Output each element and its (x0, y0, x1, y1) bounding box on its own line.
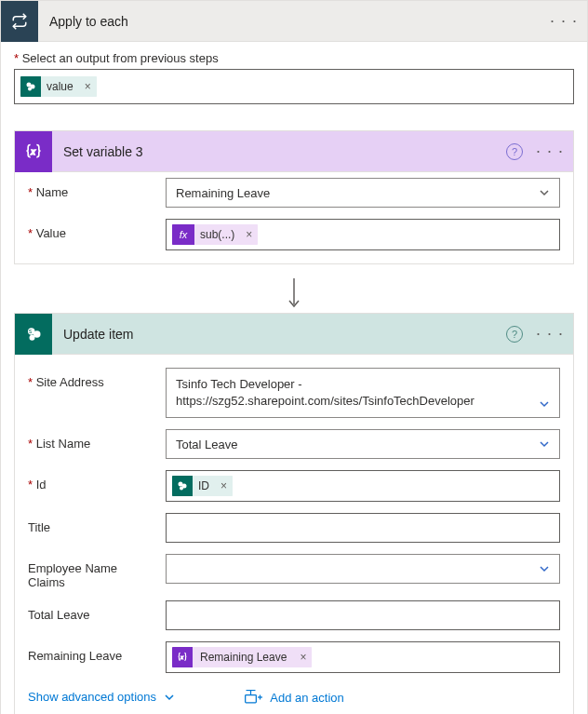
variable-icon: x (15, 131, 52, 172)
remaining-leave-input[interactable]: x Remaining Leave × (166, 641, 560, 673)
name-value: Remaining Leave (176, 186, 270, 200)
id-text: ID (193, 476, 215, 496)
token-text: value (41, 76, 79, 97)
apply-body: Select an output from previous steps val… (1, 42, 587, 119)
sharepoint-icon (172, 476, 193, 496)
svg-rect-13 (246, 695, 257, 703)
svg-text:x: x (180, 654, 183, 660)
name-label: Name (28, 178, 156, 199)
employee-select[interactable] (166, 554, 560, 584)
connector-arrow (1, 276, 587, 313)
add-action-text: Add an action (270, 691, 344, 705)
variable-icon: x (172, 647, 193, 667)
total-leave-label: Total Leave (28, 600, 156, 622)
set-var-help-icon[interactable]: ? (506, 143, 523, 160)
output-label: Select an output from previous steps (14, 51, 574, 65)
token-remove[interactable]: × (79, 76, 97, 97)
update-item-header[interactable]: S Update item ? · · · (15, 314, 573, 355)
remaining-leave-token[interactable]: x Remaining Leave × (172, 646, 312, 668)
add-action-icon (244, 690, 262, 705)
apply-header-title: Apply to each (49, 14, 550, 29)
svg-point-7 (30, 334, 35, 340)
id-label: Id (28, 470, 156, 492)
chevron-down-icon (539, 438, 550, 450)
update-help-icon[interactable]: ? (506, 326, 523, 343)
total-leave-input[interactable] (166, 600, 560, 630)
fx-remove[interactable]: × (240, 224, 258, 245)
title-input[interactable] (166, 513, 560, 543)
sharepoint-icon (20, 76, 41, 97)
output-input[interactable]: value × (14, 69, 574, 104)
fx-icon: fx (172, 224, 194, 245)
loop-icon (1, 1, 38, 42)
update-title: Update item (63, 327, 506, 342)
value-label: Value (28, 219, 156, 240)
id-input[interactable]: ID × (166, 470, 560, 502)
employee-label: Employee Name Claims (28, 554, 156, 589)
apply-to-each-card: Apply to each · · · Select an output fro… (0, 0, 588, 714)
remain-text: Remaining Leave (193, 647, 294, 667)
add-action-button[interactable]: Add an action (0, 690, 588, 705)
title-label: Title (28, 513, 156, 534)
value-input[interactable]: fx sub(...) × (166, 219, 560, 250)
sharepoint-icon: S (15, 314, 52, 355)
update-item-card: S Update item ? · · · Site Address Tsinf… (14, 313, 574, 714)
svg-text:x: x (31, 147, 36, 156)
remaining-leave-label: Remaining Leave (28, 641, 156, 663)
remain-remove[interactable]: × (294, 647, 312, 667)
svg-point-11 (180, 487, 183, 491)
set-variable-card: x Set variable 3 ? · · · Name Remaining … (14, 130, 574, 264)
apply-menu-button[interactable]: · · · (550, 11, 578, 31)
chevron-down-icon (539, 563, 550, 574)
chevron-down-icon (539, 187, 550, 198)
site-address-label: Site Address (28, 368, 156, 389)
site-line2: https://szg52.sharepoint.com/sites/Tsinf… (176, 393, 539, 410)
update-menu-button[interactable]: · · · (536, 324, 564, 344)
set-var-title: Set variable 3 (63, 144, 506, 159)
fx-token[interactable]: fx sub(...) × (172, 223, 258, 246)
id-token[interactable]: ID × (172, 475, 233, 497)
id-remove[interactable]: × (215, 476, 233, 496)
svg-text:S: S (29, 329, 33, 334)
site-line1: Tsinfo Tech Developer - (176, 376, 539, 393)
list-name-label: List Name (28, 429, 156, 451)
chevron-down-icon (539, 398, 550, 410)
name-select[interactable]: Remaining Leave (166, 178, 560, 208)
list-name-select[interactable]: Total Leave (166, 429, 560, 459)
site-address-select[interactable]: Tsinfo Tech Developer - https://szg52.sh… (166, 368, 560, 418)
apply-to-each-header[interactable]: Apply to each · · · (1, 1, 587, 42)
list-value: Total Leave (176, 438, 238, 451)
svg-point-2 (28, 88, 32, 91)
value-token[interactable]: value × (20, 75, 97, 98)
set-var-menu-button[interactable]: · · · (536, 141, 564, 161)
set-variable-header[interactable]: x Set variable 3 ? · · · (15, 131, 573, 172)
fx-text: sub(...) (194, 224, 240, 245)
